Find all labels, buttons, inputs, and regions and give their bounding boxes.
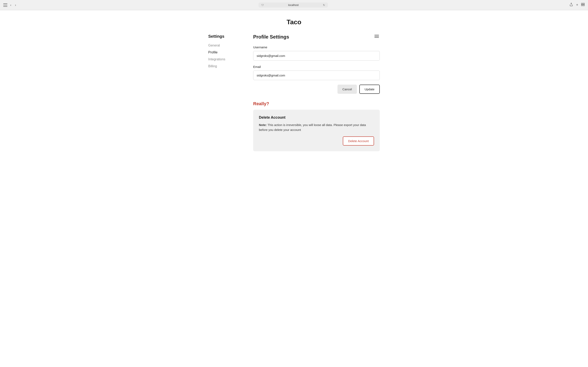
update-button[interactable]: Update <box>359 85 380 94</box>
danger-note-bold: Note: <box>259 123 267 127</box>
address-text: localhost <box>265 3 321 7</box>
settings-sidebar-title: Settings <box>208 34 241 39</box>
sidebar-item-integrations[interactable]: Integrations <box>208 58 241 61</box>
address-bar-inner[interactable]: 🛡 localhost ↻ <box>259 2 328 8</box>
page-content: Taco Settings General Profile Integratio… <box>202 10 386 159</box>
delete-account-button[interactable]: Delete Account <box>343 136 374 146</box>
tabs-button[interactable] <box>581 3 585 7</box>
share-button[interactable] <box>570 3 573 7</box>
browser-actions: + <box>570 3 585 7</box>
reload-icon[interactable]: ↻ <box>323 4 325 7</box>
danger-card-title: Delete Account <box>259 115 374 120</box>
danger-card-note: Note: This action is irreversible, you w… <box>259 123 374 132</box>
username-label: Username <box>253 45 380 49</box>
settings-sidebar: Settings General Profile Integrations Bi… <box>208 34 241 151</box>
back-button[interactable]: ‹ <box>9 2 12 8</box>
sidebar-item-billing[interactable]: Billing <box>208 64 241 68</box>
email-form-group: Email <box>253 65 380 80</box>
hamburger-menu-button[interactable] <box>374 34 380 39</box>
username-form-group: Username <box>253 45 380 60</box>
danger-card: Delete Account Note: This action is irre… <box>253 110 380 151</box>
browser-chrome: ‹ › 🛡 localhost ↻ + <box>0 0 588 10</box>
sidebar-toggle-button[interactable] <box>3 3 7 7</box>
profile-settings-title: Profile Settings <box>253 34 380 40</box>
email-label: Email <box>253 65 380 68</box>
sidebar-item-general[interactable]: General <box>208 44 241 47</box>
username-input[interactable] <box>253 51 380 60</box>
svg-rect-1 <box>583 3 585 4</box>
new-tab-button[interactable]: + <box>576 3 578 7</box>
main-content: Profile Settings Username Email Cancel U… <box>253 34 380 151</box>
address-bar: 🛡 localhost ↻ <box>19 2 567 8</box>
svg-rect-3 <box>583 5 585 6</box>
browser-controls: ‹ › <box>3 2 17 8</box>
forward-button[interactable]: › <box>14 2 17 8</box>
danger-zone-heading: Really? <box>253 101 380 106</box>
shield-icon: 🛡 <box>261 4 264 7</box>
sidebar-item-profile[interactable]: Profile <box>208 50 241 54</box>
cancel-button[interactable]: Cancel <box>337 85 357 94</box>
form-actions: Cancel Update <box>253 85 380 94</box>
danger-note-text: This action is irreversible, you will lo… <box>259 123 366 132</box>
email-input[interactable] <box>253 71 380 80</box>
settings-container: Settings General Profile Integrations Bi… <box>208 34 380 151</box>
nav-items: General Profile Integrations Billing <box>208 44 241 68</box>
svg-rect-0 <box>581 3 583 4</box>
svg-rect-2 <box>581 5 583 6</box>
app-title: Taco <box>208 18 380 26</box>
danger-card-actions: Delete Account <box>259 136 374 146</box>
